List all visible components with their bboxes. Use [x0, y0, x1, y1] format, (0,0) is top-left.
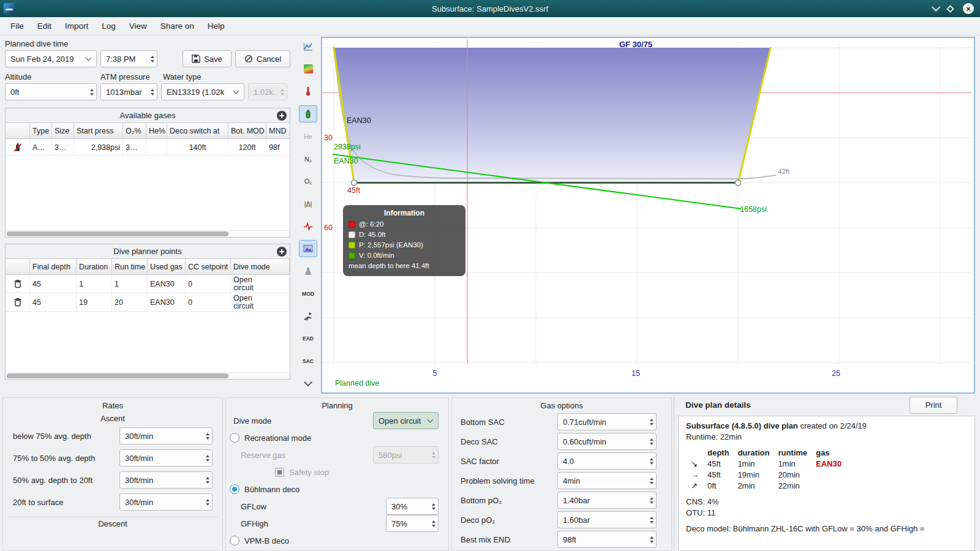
planner-settings-panel: Planned dive time Sun Feb 24, 2019 7:38 …	[0, 36, 295, 395]
add-gas-button[interactable]	[277, 111, 287, 121]
safety-stop-checkbox[interactable]	[275, 468, 284, 477]
ascent-rate-spinner[interactable]: 30ft/min	[119, 449, 213, 467]
point-table-row[interactable]: 45 19 20 EAN30 0 Open circuit	[6, 293, 290, 312]
menu-file[interactable]: File	[4, 19, 31, 33]
tissues-flask-icon	[303, 266, 313, 276]
deco-sac-label: Deco SAC	[461, 437, 557, 446]
atm-pressure-spinner[interactable]: 1013mbar	[100, 83, 157, 100]
horizontal-scrollbar[interactable]	[6, 230, 290, 237]
save-button[interactable]: Save	[183, 50, 232, 67]
helium-icon: He	[304, 133, 312, 140]
temperature-button[interactable]	[299, 83, 317, 100]
cancel-button[interactable]: Cancel	[235, 50, 290, 67]
recreational-mode-radio[interactable]	[230, 433, 239, 443]
deco-nd-button[interactable]	[299, 308, 317, 325]
pn-oxygen-button[interactable]: O₂	[299, 173, 317, 190]
gradient-factor-button[interactable]: |Δ|	[299, 195, 317, 212]
dive-plan-text[interactable]: Subsurface (4.8.5.0) dive plan created o…	[678, 416, 975, 551]
menu-edit[interactable]: Edit	[31, 19, 58, 33]
recreational-mode-label: Recreational mode	[244, 433, 311, 443]
dive-mode-select[interactable]: Open circuit	[373, 412, 439, 429]
gas-table-row[interactable]: A… 3… 2,938psi 3… 140ft 120ft 98f	[6, 139, 290, 156]
spinner-arrows[interactable]	[203, 433, 209, 440]
ead-icon: EAD	[303, 335, 314, 342]
spinner-arrows[interactable]	[647, 419, 654, 425]
minimize-icon[interactable]	[932, 3, 940, 12]
dive-time-spinner[interactable]: 7:38 PM	[100, 50, 157, 67]
spinner-arrows[interactable]	[203, 477, 209, 484]
window-title: Subsurface: SampleDivesV2.ssrf	[0, 4, 980, 13]
points-table-header[interactable]: Final depth Duration Run time Used gas C…	[6, 259, 290, 275]
spinner-arrows[interactable]	[647, 497, 654, 504]
spinner-arrows[interactable]	[203, 455, 209, 462]
spinner-arrows[interactable]	[647, 438, 654, 445]
gflow-spinner[interactable]: 30%	[386, 498, 439, 515]
altitude-spinner[interactable]: 0ft	[5, 83, 97, 100]
plan-deco-model: Deco model: Bühlmann ZHL-16C with GFLow …	[686, 523, 967, 534]
spinner-arrows[interactable]	[429, 520, 435, 527]
add-point-button[interactable]	[277, 247, 287, 257]
ascent-rate-spinner[interactable]: 30ft/min	[119, 427, 213, 444]
spinner-arrows[interactable]	[148, 89, 154, 96]
best-mix-end-spinner[interactable]: 98ft	[557, 531, 657, 548]
spinner-arrows[interactable]	[647, 517, 654, 523]
remove-gas-icon[interactable]	[13, 143, 23, 152]
deco-sac-spinner[interactable]: 0.60cuft/min	[557, 433, 657, 450]
waypoint-handle[interactable]	[352, 180, 357, 186]
delete-point-icon[interactable]	[13, 279, 22, 288]
panel-splitter[interactable]	[674, 395, 676, 551]
water-type-select[interactable]: EN13319 (1.02k	[161, 83, 244, 100]
tank-pressure-button[interactable]	[299, 105, 317, 122]
ceiling-button[interactable]	[299, 240, 317, 257]
gfhigh-spinner[interactable]: 75%	[386, 515, 439, 532]
collapse-toolbar-button[interactable]	[299, 375, 317, 392]
spinner-arrows[interactable]	[87, 89, 94, 96]
sac-factor-spinner[interactable]: 4.0	[557, 452, 657, 470]
horizontal-scrollbar[interactable]	[6, 372, 290, 379]
pn-helium-button[interactable]: He	[299, 128, 317, 145]
spinner-arrows[interactable]	[647, 536, 654, 543]
menu-view[interactable]: View	[123, 19, 154, 33]
vpmb-deco-radio[interactable]	[230, 536, 239, 545]
ead-button[interactable]: EAD	[299, 330, 317, 347]
maximize-icon[interactable]	[946, 5, 954, 13]
print-button[interactable]: Print	[910, 397, 957, 414]
ascent-rate-label: 75% to 50% avg. depth	[13, 454, 119, 463]
sac-icon: SAC	[303, 358, 314, 364]
photos-button[interactable]	[299, 61, 317, 78]
depth-tick: 60	[324, 223, 333, 232]
best-mix-end-label: Best mix END	[461, 535, 557, 544]
close-icon[interactable]: ×	[963, 3, 974, 14]
tissues-button[interactable]	[299, 263, 317, 280]
pn-nitrogen-button[interactable]: N₂	[299, 151, 317, 168]
bottom-po2-spinner[interactable]: 1.40bar	[557, 492, 657, 509]
menu-share-on[interactable]: Share on	[154, 19, 201, 33]
waypoint-handle[interactable]	[736, 180, 741, 186]
menu-import[interactable]: Import	[58, 19, 95, 33]
menu-log[interactable]: Log	[95, 19, 123, 33]
time-tick: 5	[433, 369, 437, 378]
spinner-arrows[interactable]	[203, 499, 209, 506]
dive-profile-panel[interactable]: GF 30/75 EAN30 2938psi EAN30 45ft 42ft 1…	[321, 37, 975, 394]
scrollbar-thumb[interactable]	[7, 373, 228, 378]
profile-scale-button[interactable]	[299, 38, 317, 55]
dive-date-select[interactable]: Sun Feb 24, 2019	[5, 50, 97, 67]
problem-solving-time-spinner[interactable]: 4min	[557, 472, 657, 489]
scrollbar-thumb[interactable]	[7, 231, 228, 236]
deco-po2-spinner[interactable]: 1.60bar	[557, 511, 657, 528]
delete-point-icon[interactable]	[13, 298, 22, 307]
ascent-rate-spinner[interactable]: 30ft/min	[119, 471, 213, 489]
heart-rate-button[interactable]	[299, 218, 317, 235]
spinner-arrows[interactable]	[647, 458, 654, 465]
bottom-sac-spinner[interactable]: 0.71cuft/min	[557, 413, 657, 430]
sac-button[interactable]: SAC	[299, 353, 317, 370]
spinner-arrows[interactable]	[429, 503, 435, 510]
spinner-arrows[interactable]	[148, 56, 154, 62]
mod-button[interactable]: MOD	[299, 285, 317, 302]
menu-help[interactable]: Help	[201, 19, 232, 33]
spinner-arrows[interactable]	[647, 478, 654, 484]
point-table-row[interactable]: 45 1 1 EAN30 0 Open circuit	[6, 275, 290, 293]
ascent-rate-spinner[interactable]: 30ft/min	[119, 493, 213, 511]
buhlmann-deco-radio[interactable]	[230, 484, 239, 494]
gases-table-header[interactable]: Type Size Start press O₂% He% Deco switc…	[6, 123, 290, 139]
